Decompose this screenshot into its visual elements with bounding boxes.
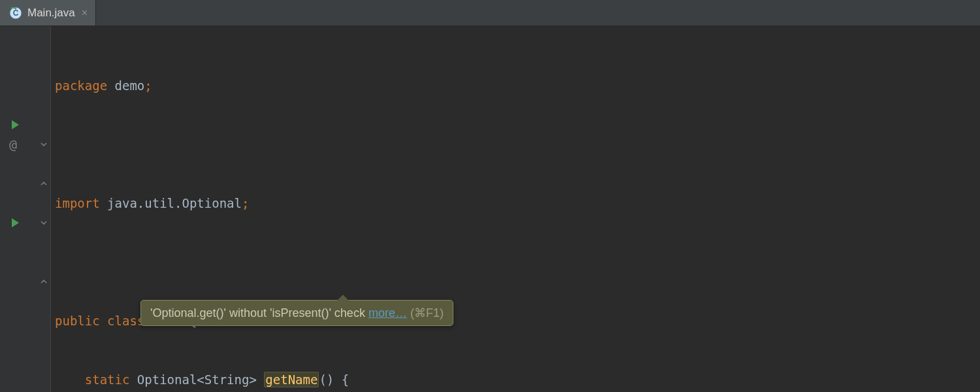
file-tab[interactable]: C Main.java × (0, 0, 96, 25)
code-area[interactable]: package demo; import java.util.Optional;… (51, 26, 980, 392)
editor: @ package demo; import jav (0, 26, 980, 392)
tooltip-shortcut: (⌘F1) (407, 306, 444, 319)
gutter: @ (0, 26, 51, 392)
tooltip-more-link[interactable]: more… (368, 306, 407, 319)
tab-bar: C Main.java × (0, 0, 980, 26)
run-class-icon[interactable] (12, 120, 19, 129)
close-icon[interactable]: × (80, 7, 89, 19)
code-line (51, 252, 980, 272)
tooltip-text: 'Optional.get()' without 'isPresent()' c… (150, 306, 368, 319)
fold-expand-icon[interactable] (40, 180, 48, 188)
fold-collapse-icon[interactable] (40, 219, 48, 227)
run-method-icon[interactable] (12, 218, 19, 227)
code-line (51, 135, 980, 154)
override-icon[interactable]: @ (9, 138, 17, 151)
fold-expand-icon[interactable] (40, 278, 48, 286)
inspection-tooltip: 'Optional.get()' without 'isPresent()' c… (140, 300, 453, 326)
svg-text:C: C (13, 8, 19, 18)
code-line: import java.util.Optional; (51, 193, 980, 213)
fold-collapse-icon[interactable] (40, 140, 48, 148)
tab-filename: Main.java (27, 7, 75, 20)
java-class-icon: C (9, 7, 22, 20)
code-line: static Optional<String> getName() { (51, 370, 980, 389)
code-line: package demo; (51, 76, 980, 95)
